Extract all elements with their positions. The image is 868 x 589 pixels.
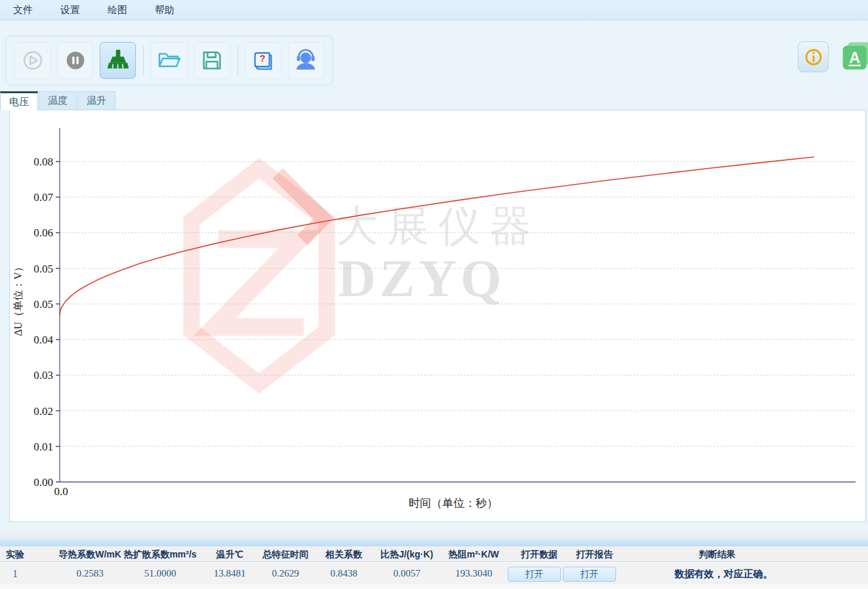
y-tick-label: 0.02 [33, 405, 53, 418]
watermark-logo-z [215, 239, 304, 327]
pause-button[interactable] [57, 42, 93, 79]
y-tick-label: 0.06 [33, 227, 53, 239]
experiment-id-cell: 1 [12, 563, 18, 584]
open-report-button[interactable]: 打开 [563, 567, 616, 582]
svg-text:?: ? [260, 53, 266, 64]
column-header: 打开报告 [576, 546, 613, 562]
pause-icon [63, 48, 88, 73]
menu-item-file[interactable]: 文件 [5, 4, 41, 16]
value-cell: 0.8438 [330, 563, 357, 584]
app-window: { "menu": { "items": [ {"label":"文件"}, {… [0, 0, 868, 589]
info-icon [802, 46, 825, 68]
column-header: 导热系数W/mK [58, 546, 121, 562]
judge-result-text: 数据有效，对应正确。 [674, 563, 773, 584]
help-manual-button[interactable]: ? [245, 42, 281, 79]
y-tick-label: 0.08 [33, 156, 53, 168]
toolbar-separator [143, 46, 144, 75]
x-axis-title: 时间（单位：秒） [409, 497, 498, 510]
save-icon [199, 48, 224, 73]
x-tick-label: 0.0 [54, 485, 68, 498]
chart-tab-bar: 电压温度温升 [0, 91, 116, 110]
voltage-chart[interactable]: 大展仪器DZYQ0.000.010.020.030.040.050.050.06… [10, 110, 865, 521]
watermark-text-cn: 大展仪器 [336, 203, 541, 250]
tab-temperature[interactable]: 温度 [39, 91, 77, 110]
column-header: 热扩散系数mm²/s [123, 546, 196, 562]
toolbar: ? [5, 35, 333, 85]
tab-voltage[interactable]: 电压 [0, 91, 38, 110]
table-row: 10.258351.000013.84810.26290.84380.00571… [0, 563, 868, 584]
column-header: 相关系数 [325, 546, 362, 562]
y-axis-title: ΔU（单位：V） [12, 261, 24, 336]
play-icon [20, 48, 45, 73]
column-header: 打开数据 [521, 546, 558, 562]
support-button[interactable] [288, 42, 324, 79]
tab-temp-rise[interactable]: 温升 [77, 91, 115, 110]
y-tick-label: 0.05 [33, 263, 53, 275]
value-cell: 13.8481 [214, 563, 246, 584]
menu-item-settings[interactable]: 设置 [52, 4, 88, 16]
save-button[interactable] [194, 42, 230, 79]
menu-bar: 文件设置绘图帮助 [0, 0, 868, 20]
value-cell: 0.2583 [76, 563, 103, 584]
watermark-text-en: DZYQ [338, 250, 505, 307]
value-cell: 193.3040 [455, 563, 492, 584]
value-cell: 0.0057 [393, 563, 420, 584]
value-cell: 51.0000 [144, 563, 176, 584]
chart-panel: 大展仪器DZYQ0.000.010.020.030.040.050.050.06… [9, 110, 866, 522]
y-tick-label: 0.07 [33, 191, 53, 204]
results-table-header: 实验导热系数W/mK热扩散系数mm²/s温升℃总特征时间相关系数比热J/(kg·… [0, 546, 868, 562]
open-folder-icon [156, 47, 182, 74]
divider-band [0, 531, 868, 536]
y-tick-label: 0.01 [33, 441, 53, 453]
clear-button[interactable] [100, 42, 136, 79]
help-book-icon: ? [251, 48, 276, 73]
table-top-strip [0, 536, 868, 546]
svg-text:A: A [849, 49, 860, 66]
y-tick-label: 0.05 [33, 298, 53, 311]
menu-item-plot[interactable]: 绘图 [100, 4, 135, 16]
column-header: 热阻m²·K/W [449, 546, 499, 562]
y-tick-label: 0.03 [33, 369, 53, 382]
y-tick-label: 0.04 [33, 334, 53, 346]
column-header: 实验 [6, 546, 24, 562]
letter-a-icon: A [840, 39, 868, 72]
open-data-button[interactable]: 打开 [508, 567, 561, 582]
toolbar-separator [238, 46, 238, 75]
column-header: 总特征时间 [262, 546, 308, 562]
value-cell: 0.2629 [272, 563, 299, 584]
column-header: 判断结果 [699, 546, 735, 562]
broom-icon [106, 48, 131, 73]
start-button[interactable] [14, 42, 51, 79]
results-table: 实验导热系数W/mK热扩散系数mm²/s温升℃总特征时间相关系数比热J/(kg·… [0, 546, 868, 589]
column-header: 比热J/(kg·K) [381, 546, 433, 562]
menu-item-help[interactable]: 帮助 [147, 4, 182, 16]
info-button[interactable] [798, 41, 829, 72]
table-footer-strip [0, 584, 868, 589]
y-tick-label: 0.00 [33, 476, 53, 489]
column-header: 温升℃ [217, 546, 243, 562]
headset-person-icon [293, 47, 319, 74]
language-button[interactable]: A [840, 40, 868, 71]
open-file-button[interactable] [151, 42, 187, 79]
